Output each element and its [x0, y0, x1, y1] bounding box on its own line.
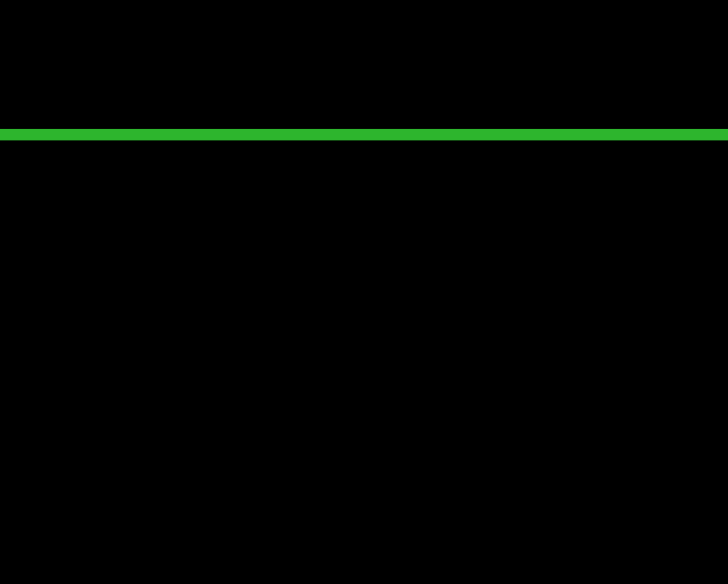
process-table	[0, 129, 728, 140]
table-header-row	[0, 129, 728, 140]
cpu-meter-panel	[0, 0, 728, 6]
function-key-bar	[0, 572, 728, 583]
htop-terminal	[0, 0, 728, 584]
